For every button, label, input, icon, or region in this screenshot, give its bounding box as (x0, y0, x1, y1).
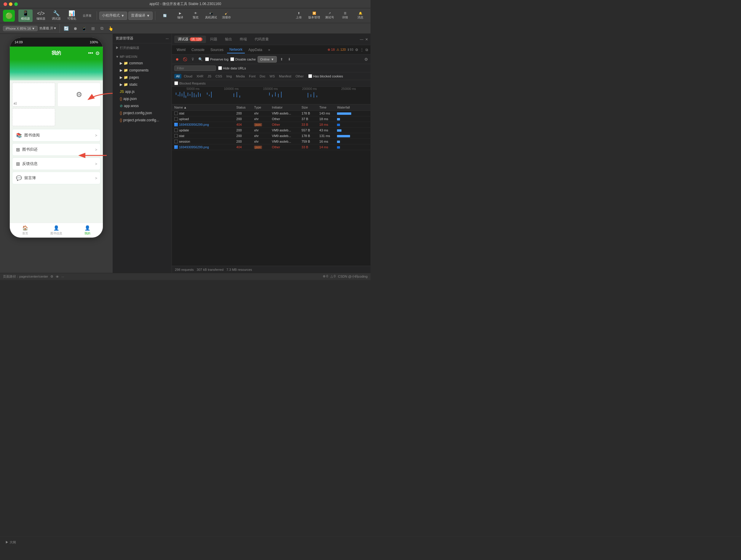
search-network-btn[interactable]: 🔍 (197, 56, 203, 62)
minimize-devtools-icon[interactable]: — (360, 38, 363, 42)
preview-btn[interactable]: 👁 预览 (189, 9, 203, 22)
type-all[interactable]: All (174, 74, 181, 79)
detail-btn[interactable]: ☰ 详情 (338, 9, 352, 22)
subtab-appdata[interactable]: AppData (246, 47, 265, 53)
filter-network-btn[interactable]: ⊽ (190, 56, 196, 62)
visualize-btn[interactable]: 📊 可视化 (65, 9, 79, 22)
phone-menu-return[interactable]: ⊞ 图书归还 > (12, 143, 100, 156)
blocked-cookies-checkbox[interactable]: Has blocked cookies (308, 74, 343, 78)
phone-menu-feedback[interactable]: ⊞ 反馈信息 > (12, 158, 100, 170)
close-button[interactable] (4, 2, 7, 6)
tab-debugger[interactable]: 调试器 18, 120 (174, 36, 206, 43)
dock-icon[interactable]: ⧉ (365, 48, 368, 52)
tab-output[interactable]: 输出 (221, 36, 235, 43)
table-row[interactable]: stat 200 xhr VM9 asdeb... 178 B 143 ms (172, 111, 370, 116)
compile-btn[interactable]: ▶ 编译 (173, 9, 187, 22)
type-cloud[interactable]: Cloud (182, 74, 194, 79)
clear-network-btn[interactable]: 🚫 (182, 56, 188, 62)
cloud-btn[interactable]: 云开发 (80, 9, 94, 22)
table-row[interactable]: upload 200 xhr Other 37 B 18 ms (172, 116, 370, 122)
grid-icon-btn[interactable]: ⊞ (89, 25, 96, 32)
phone-icon-btn[interactable]: 📱 (81, 25, 88, 32)
test-btn[interactable]: ↗ 测试号 (323, 9, 337, 22)
filter-input[interactable] (174, 66, 216, 71)
subtab-wxml[interactable]: Wxml (174, 47, 188, 53)
nav-mine[interactable]: 👤 我的 (72, 223, 103, 238)
mode-dropdown[interactable]: 小程序模式 ▼ (99, 12, 127, 20)
type-manifest[interactable]: Manifest (277, 74, 293, 79)
filetree-item-components[interactable]: ▶ 📁 components (113, 67, 172, 74)
subtab-more[interactable]: » (266, 47, 273, 53)
msg-btn[interactable]: 🔔 消息 (353, 9, 367, 22)
clear-btn[interactable]: 🧹 清缓存 (219, 9, 233, 22)
version-btn[interactable]: 🔀 版本管理 (307, 9, 321, 22)
tab-terminal[interactable]: 终端 (236, 36, 251, 43)
type-font[interactable]: Font (247, 74, 257, 79)
window-controls[interactable] (4, 2, 18, 6)
disable-cache-input[interactable] (230, 57, 234, 61)
touch-icon-btn[interactable]: 👆 (107, 25, 115, 32)
filetree-item-appjson[interactable]: {} app.json (113, 95, 172, 102)
filetree-item-common[interactable]: ▶ 📁 common (113, 60, 172, 67)
subtab-network[interactable]: Network (227, 46, 245, 53)
refresh-btn[interactable]: 🔄 (158, 9, 172, 22)
download-throttle-btn[interactable]: ⬇ (286, 56, 292, 62)
simulator-btn[interactable]: 📱 模拟器 (18, 9, 32, 22)
rotate-icon-btn[interactable]: 🔄 (63, 25, 70, 32)
preserve-log-checkbox[interactable]: Preserve log (205, 57, 228, 61)
bottom-settings-icon[interactable]: ⚙ (50, 275, 53, 278)
table-row[interactable]: 1694930956299.png 404 json Other 33 B 18… (172, 122, 370, 128)
minimize-button[interactable] (9, 2, 12, 6)
filetree-item-project-config[interactable]: {} project.config.json (113, 110, 172, 117)
filetree-item-static[interactable]: ▶ 📁 static (113, 81, 172, 88)
upload-btn[interactable]: ⬆ 上传 (292, 9, 306, 22)
type-doc[interactable]: Doc (258, 74, 267, 79)
debugger-btn[interactable]: 🔧 调试器 (49, 9, 63, 22)
online-dropdown[interactable]: Online ▼ (258, 56, 277, 63)
subtab-sources[interactable]: Sources (208, 47, 226, 53)
phone-menu-borrow[interactable]: 📚 图书借阅 > (12, 129, 100, 141)
type-xhr[interactable]: XHR (195, 74, 205, 79)
device-select[interactable]: iPhone X 85% 16 ▼ (3, 26, 38, 31)
disable-cache-checkbox[interactable]: Disable cache (230, 57, 256, 61)
network-settings-icon[interactable]: ⚙ (364, 57, 368, 62)
type-js[interactable]: JS (206, 74, 213, 79)
hot-reload-toggle[interactable]: 热重载 开▼ (40, 26, 57, 30)
subtab-console[interactable]: Console (189, 47, 207, 53)
real-btn[interactable]: 📲 真机调试 (204, 9, 218, 22)
table-row[interactable]: 1694930956299.png 404 json Other 33 B 14… (172, 144, 370, 150)
filetree-item-project-private[interactable]: {} project.private.config... (113, 117, 172, 124)
type-ws[interactable]: WS (268, 74, 277, 79)
type-img[interactable]: Img (225, 74, 233, 79)
filetree-open-editors[interactable]: ▶ 打开的编辑器 (113, 45, 172, 51)
upload-throttle-btn[interactable]: ⬆ (279, 56, 284, 62)
preserve-log-input[interactable] (205, 57, 209, 61)
more-icon[interactable]: ⋮ (360, 48, 364, 52)
settings-icon[interactable]: ⚙ (355, 48, 358, 52)
editor-btn[interactable]: </> 编辑器 (34, 9, 48, 22)
hide-data-urls-input[interactable] (218, 66, 222, 70)
record-network-btn[interactable]: ⏺ (174, 56, 180, 62)
type-other[interactable]: Other (294, 74, 306, 79)
record-icon-btn[interactable]: ⏺ (72, 25, 79, 32)
blocked-requests-checkbox[interactable] (174, 81, 178, 85)
table-row[interactable]: session 200 xhr VM9 asdeb... 759 B 16 ms (172, 139, 370, 144)
close-devtools-icon[interactable]: ✕ (365, 38, 368, 42)
tab-codequality[interactable]: 代码质量 (251, 36, 272, 43)
compile-dropdown[interactable]: 普通编译 ▼ (128, 12, 153, 20)
nav-books[interactable]: 👤 图书信息 (41, 223, 72, 238)
table-row[interactable]: update 200 xhr VM9 asdeb... 557 B 43 ms (172, 128, 370, 133)
filetree-item-appwxss[interactable]: ⊘ app.wxss (113, 102, 172, 110)
maximize-button[interactable] (14, 2, 18, 6)
type-css[interactable]: CSS (214, 74, 224, 79)
hide-data-urls-checkbox[interactable]: Hide data URLs (218, 66, 246, 70)
blocked-cookies-input[interactable] (308, 74, 312, 78)
layers-icon-btn[interactable]: ⧉ (98, 25, 106, 32)
table-row[interactable]: stat 200 xhr VM9 asdeb... 178 B 131 ms (172, 133, 370, 139)
tab-issues[interactable]: 问题 (207, 36, 221, 43)
type-media[interactable]: Media (234, 74, 247, 79)
filetree-mp-weixin[interactable]: ▼ MP-WEIXIN (113, 54, 172, 60)
bottom-more-icon[interactable]: ··· (61, 275, 64, 278)
filetree-item-appjs[interactable]: JS app.js (113, 88, 172, 95)
bottom-eye-icon[interactable]: 👁 (56, 275, 59, 278)
